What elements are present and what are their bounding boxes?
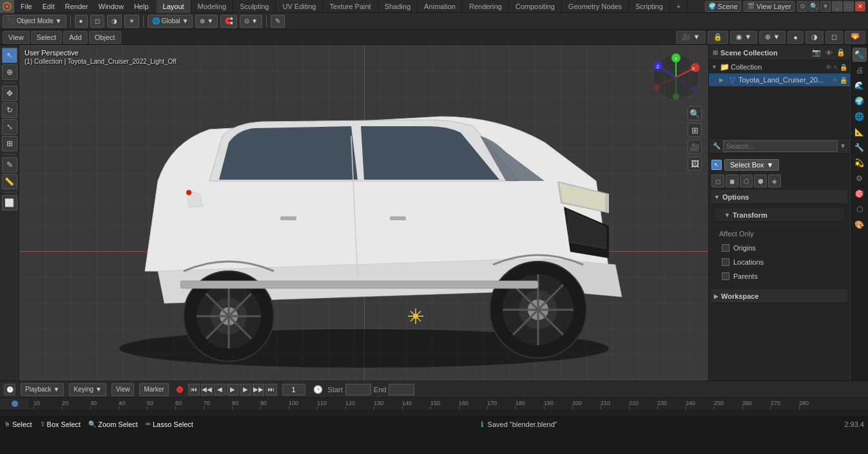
camera-btn[interactable]: 🎥 ▼ <box>676 31 706 44</box>
tab-animation[interactable]: Animation <box>418 0 463 13</box>
mode-icon-0[interactable]: ◻ <box>711 175 724 187</box>
collection-lock[interactable]: 🔒 <box>840 64 847 71</box>
mode-icon-1[interactable]: ◼ <box>726 175 738 187</box>
playback-btn[interactable]: Playback ▼ <box>21 383 64 396</box>
locations-checkbox[interactable] <box>722 258 729 266</box>
measure-tool[interactable]: 📏 <box>2 174 17 189</box>
render-properties-btn[interactable]: 🔦 <box>853 48 867 62</box>
timeline-ruler[interactable]: 1020304050607080901001101201301401501601… <box>0 398 868 410</box>
snap-toggle[interactable]: 🧲 <box>220 15 237 28</box>
rotate-tool[interactable]: ↻ <box>2 102 17 118</box>
pivot-point[interactable]: ⊕ ▼ <box>195 15 218 28</box>
collection-visibility[interactable]: 👁 <box>825 64 832 71</box>
menu-help[interactable]: Help <box>129 0 154 13</box>
tab-add[interactable]: + <box>670 0 688 13</box>
navigation-gizmo[interactable]: X Y Z <box>650 52 702 103</box>
workspace-section-header[interactable]: ▶ Workspace <box>711 289 847 303</box>
annotate-tool[interactable]: ✎ <box>2 157 17 173</box>
toyota-visibility[interactable]: 👁 <box>832 77 838 84</box>
object-menu[interactable]: Object <box>89 31 121 44</box>
tab-shading[interactable]: Shading <box>378 0 418 13</box>
view-btn[interactable]: View <box>111 383 135 396</box>
tab-compositing[interactable]: Compositing <box>509 0 562 13</box>
viewport-mode-render[interactable]: ☀ <box>124 15 139 28</box>
outliner-camera-icon[interactable]: 📷 <box>811 48 822 58</box>
transform-global[interactable]: 🌐 Global ▼ <box>148 15 193 28</box>
scene-properties-btn[interactable]: 🌍 <box>853 94 867 108</box>
view-layer-selector[interactable]: 🎬 View Layer <box>744 1 795 12</box>
menu-window[interactable]: Window <box>93 0 129 13</box>
mode-icon-3[interactable]: ⬢ <box>754 175 767 187</box>
lock-scene-btn[interactable]: 🔒 <box>708 31 728 44</box>
tab-texture-paint[interactable]: Texture Paint <box>323 0 378 13</box>
outliner-lock-icon[interactable]: 🔒 <box>836 48 846 58</box>
jump-end-btn[interactable]: ⏭ <box>265 384 277 395</box>
outliner-visibility-icon[interactable]: 👁 <box>824 48 834 58</box>
tab-geometry-nodes[interactable]: Geometry Nodes <box>562 0 629 13</box>
current-frame-input[interactable]: 1 <box>282 384 305 395</box>
tab-rendering[interactable]: Rendering <box>463 0 509 13</box>
transform-section-header[interactable]: ▼ Transform <box>715 208 844 222</box>
object-mode-switcher[interactable]: ⬛ Object Mode ▼ <box>3 15 66 28</box>
tab-sculpting[interactable]: Sculpting <box>233 0 276 13</box>
collection-select[interactable]: ↖ <box>833 64 838 71</box>
annotate-btn[interactable]: ✎ <box>271 15 285 28</box>
display-mode-btn[interactable]: 🖼 <box>688 156 702 171</box>
add-menu[interactable]: Add <box>63 31 88 44</box>
output-properties-btn[interactable]: 🖨 <box>853 63 867 77</box>
scene-selector[interactable]: 🌍 Scene <box>705 1 741 12</box>
add-cube-tool[interactable]: ⬜ <box>2 195 17 211</box>
material-properties-btn[interactable]: 🎨 <box>853 218 867 232</box>
search-btn[interactable]: 🔍 <box>809 1 819 12</box>
tree-item-toyota[interactable]: ▶ ▽ Toyota_Land_Cruiser_20... 👁 🔒 <box>709 73 850 86</box>
viewport[interactable]: User Perspective (1) Collection | Toyota… <box>19 45 708 381</box>
zoom-in-btn[interactable]: 🔍 <box>688 106 702 120</box>
mode-icon-4[interactable]: ◈ <box>768 175 781 187</box>
world-properties-btn[interactable]: 🌐 <box>853 109 867 124</box>
options-section-header[interactable]: ▼ Options <box>711 190 847 204</box>
prev-keyframe-btn[interactable]: ◀◀ <box>201 384 213 395</box>
select-tool[interactable]: ↖ <box>2 48 17 63</box>
tab-uv-editing[interactable]: UV Editing <box>276 0 323 13</box>
tool-search-input[interactable] <box>723 140 838 152</box>
viewport-mode-wire[interactable]: ◻ <box>90 15 104 28</box>
modifier-properties-btn[interactable]: 🔧 <box>853 140 867 155</box>
tab-scripting[interactable]: Scripting <box>629 0 670 13</box>
menu-file[interactable]: File <box>15 0 37 13</box>
next-keyframe-btn[interactable]: ▶▶ <box>253 384 264 395</box>
move-tool[interactable]: ✥ <box>2 86 17 101</box>
next-frame-btn[interactable]: ▶ <box>240 384 251 395</box>
select-menu[interactable]: Select <box>31 31 63 44</box>
parents-checkbox[interactable] <box>722 272 729 280</box>
view-layer-properties-btn[interactable]: 🌊 <box>853 79 867 93</box>
maximize-btn[interactable]: □ <box>844 1 854 12</box>
viewport-mode-solid[interactable]: ● <box>75 15 88 28</box>
viewport-shading-3[interactable]: ◻ <box>825 31 843 44</box>
search-dropdown-icon[interactable]: ▼ <box>840 142 846 149</box>
timeline-type-btn[interactable]: 🕒 <box>4 384 15 395</box>
cursor-tool[interactable]: ⊕ <box>2 64 17 80</box>
menu-edit[interactable]: Edit <box>37 0 60 13</box>
viewport-shading-4[interactable]: 🌄 <box>845 31 865 44</box>
start-frame-input[interactable]: 1 <box>345 384 371 395</box>
scale-tool[interactable]: ⤡ <box>2 119 17 135</box>
mode-icon-2[interactable]: ⬡ <box>740 175 753 187</box>
prev-frame-btn[interactable]: ◀ <box>214 384 226 395</box>
viewport-mode-material[interactable]: ◑ <box>107 15 122 28</box>
record-btn[interactable] <box>177 386 183 393</box>
gizmo-btn[interactable]: ⊕ ▼ <box>759 31 786 44</box>
object-properties-btn[interactable]: 📐 <box>853 125 867 139</box>
constraints-properties-btn[interactable]: 🎯 <box>853 187 867 201</box>
tab-modeling[interactable]: Modeling <box>191 0 234 13</box>
transform-tool[interactable]: ⊞ <box>2 136 17 151</box>
proportional-edit[interactable]: ⊙ ▼ <box>240 15 262 28</box>
data-properties-btn[interactable]: ⬡ <box>853 202 867 216</box>
menu-render[interactable]: Render <box>60 0 93 13</box>
keying-btn[interactable]: Keying ▼ <box>69 383 106 396</box>
particles-properties-btn[interactable]: 💫 <box>853 156 867 170</box>
viewport-shading-1[interactable]: ● <box>787 31 804 44</box>
physics-properties-btn[interactable]: ⚙ <box>853 171 867 185</box>
minimize-btn[interactable]: _ <box>832 1 842 12</box>
overlay-btn[interactable]: ◉ ▼ <box>730 31 757 44</box>
close-btn[interactable]: ✕ <box>855 1 865 12</box>
